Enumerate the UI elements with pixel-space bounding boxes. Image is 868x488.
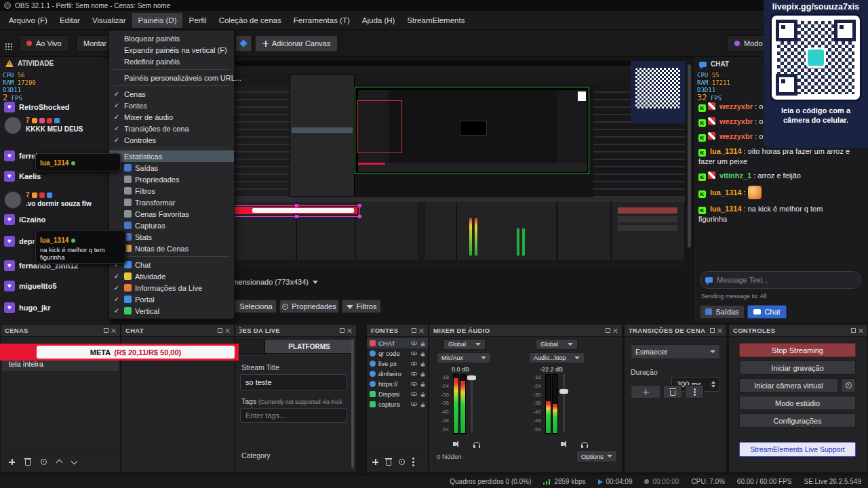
menu-paineis[interactable]: Painéis (D) [132, 13, 183, 28]
dock-float-icon[interactable] [606, 328, 610, 333]
stop-streaming-button[interactable]: Stop Streaming [739, 343, 856, 357]
remove-transition-button[interactable] [663, 385, 682, 399]
menu-item-portal[interactable]: Portal [109, 293, 234, 305]
menu-item-mixer[interactable]: Mixer de áudio [109, 111, 234, 123]
menu-arquivo[interactable]: Arquivo (F) [3, 13, 54, 28]
menu-item-bloquear-paineis[interactable]: Bloquear painéis [109, 33, 234, 44]
menu-item-saidas[interactable]: Saídas [109, 162, 234, 174]
notification-toast[interactable]: lua_1314 na kick é melhor q tem figurinh… [35, 230, 126, 264]
activity-event[interactable]: iCzaino [4, 214, 45, 225]
menu-item-atividade[interactable]: Atividade [109, 270, 234, 282]
studio-mode-button[interactable]: Modo estúdio [739, 396, 856, 410]
menu-item-notas-de-cenas[interactable]: Notas de Cenas [109, 243, 234, 254]
dock-float-icon[interactable] [851, 328, 856, 333]
lock-icon[interactable] [421, 354, 425, 357]
scene-filters-button[interactable] [41, 459, 47, 465]
se-live-support-button[interactable]: StreamElements Live Support [739, 442, 856, 457]
add-scene-button[interactable] [9, 459, 15, 465]
menu-item-transicoes[interactable]: Transições de cena [109, 123, 234, 134]
dock-close-icon[interactable] [418, 328, 424, 333]
start-recording-button[interactable]: Iniciar gravação [739, 361, 856, 375]
mixer-options-select[interactable]: Options [576, 450, 617, 462]
menu-item-transformar[interactable]: Transformar [109, 197, 234, 208]
visibility-icon[interactable] [411, 342, 417, 346]
transition-select[interactable]: Esmaecer [631, 344, 720, 359]
tab-platforms[interactable]: PLATFORMS [264, 339, 354, 354]
menu-ferramentas[interactable]: Ferramentas (T) [288, 13, 356, 28]
visibility-icon[interactable] [411, 392, 417, 396]
activity-event[interactable]: 7 .vo dormir souza flw [4, 191, 92, 209]
notification-toast[interactable]: lua_1314 [35, 153, 121, 171]
desktop-source-select[interactable]: Áudio...ktop [529, 352, 585, 363]
activity-event[interactable]: hugo_jkr [4, 302, 50, 313]
desktop-volume-knob[interactable] [559, 389, 568, 394]
canvas-switch-button[interactable] [235, 35, 252, 52]
scrollbar[interactable] [688, 64, 691, 247]
mic-mute-button[interactable] [453, 442, 456, 446]
menu-item-expandir-paineis[interactable]: Expandir painéis na vertical (F) [109, 44, 234, 56]
mic-volume-slider[interactable] [471, 374, 473, 432]
dock-close-icon[interactable] [612, 328, 618, 333]
menu-item-chat[interactable]: Chat [109, 259, 234, 270]
visibility-icon[interactable] [411, 403, 417, 407]
dock-float-icon[interactable] [710, 328, 715, 333]
grip-icon[interactable] [5, 43, 7, 45]
menu-item-redefinir-paineis[interactable]: Redefinir painéis [109, 56, 234, 67]
lock-icon[interactable] [421, 344, 425, 346]
menu-streamelements[interactable]: StreamElements [401, 13, 471, 28]
add-source-button[interactable] [372, 459, 378, 465]
add-transition-button[interactable] [631, 385, 660, 399]
stream-title-input[interactable]: so teste [240, 374, 347, 390]
dock-float-icon[interactable] [218, 328, 222, 333]
filters-button[interactable]: Filtros [342, 300, 381, 313]
source-item[interactable]: dinheiro [367, 369, 428, 379]
source-item[interactable]: CHAT [367, 338, 428, 348]
source-item[interactable]: https:// [367, 379, 428, 389]
source-selection-box[interactable] [233, 205, 360, 217]
lock-icon[interactable] [421, 384, 425, 387]
visibility-icon[interactable] [411, 352, 417, 356]
menu-item-cenas[interactable]: Cenas [109, 88, 234, 100]
visibility-icon[interactable] [411, 362, 417, 366]
desktop-monitor-button[interactable] [581, 442, 588, 446]
preview-canvas[interactable] [233, 61, 685, 268]
mic-volume-knob[interactable] [467, 375, 476, 380]
tags-input[interactable]: Enter tags... [240, 408, 347, 423]
menu-item-controles[interactable]: Controles [109, 134, 234, 146]
source-item[interactable]: Disposi [367, 389, 428, 399]
menu-perfil[interactable]: Perfil [182, 13, 212, 28]
move-up-button[interactable] [56, 460, 63, 466]
transition-options-button[interactable] [685, 385, 704, 399]
activity-event[interactable]: migueltto5 [4, 281, 57, 291]
chat-message-input[interactable]: Message Text... [700, 271, 861, 289]
remove-source-button[interactable] [386, 460, 391, 466]
live-tab[interactable]: Ao Vivo [19, 35, 69, 52]
scrollbar[interactable] [351, 339, 354, 468]
menu-item-capturas[interactable]: Capturas [109, 220, 234, 231]
dock-float-icon[interactable] [340, 328, 344, 333]
menu-item-estatisticas[interactable]: Estatísticas [109, 150, 234, 162]
menu-item-vertical[interactable]: Vertical [109, 305, 234, 317]
activity-event[interactable]: Kaelis [4, 171, 41, 182]
virtual-camera-button[interactable]: Iniciar câmera virtual [739, 378, 838, 392]
menu-item-paineis-url[interactable]: Painéis personalizáveis com URL... [109, 72, 234, 83]
lock-icon[interactable] [421, 405, 425, 407]
dock-close-icon[interactable] [224, 328, 230, 333]
source-item[interactable]: live px [367, 359, 428, 369]
menu-ajuda[interactable]: Ajuda (H) [356, 13, 401, 28]
activity-event[interactable]: 7 KKKK MEU DEUS [4, 117, 83, 134]
menu-visualizar[interactable]: Visualizar [86, 13, 132, 28]
menu-item-filtros[interactable]: Filtros [109, 185, 234, 197]
mic-monitor-button[interactable] [473, 442, 480, 446]
dock-close-icon[interactable] [717, 328, 722, 333]
remove-scene-button[interactable] [25, 460, 31, 466]
menu-item-stats[interactable]: Stats [109, 231, 234, 243]
more-options-icon[interactable] [412, 458, 414, 460]
menu-colecao-cenas[interactable]: Coleção de cenas [213, 13, 288, 28]
lock-icon[interactable] [421, 374, 425, 377]
dock-float-icon[interactable] [412, 328, 416, 333]
menu-item-cenas-favoritas[interactable]: Cenas Favoritas [109, 208, 234, 220]
menu-item-propriedades[interactable]: Propriedades [109, 174, 234, 185]
menu-item-fontes[interactable]: Fontes [109, 100, 234, 111]
lock-icon[interactable] [421, 394, 425, 397]
